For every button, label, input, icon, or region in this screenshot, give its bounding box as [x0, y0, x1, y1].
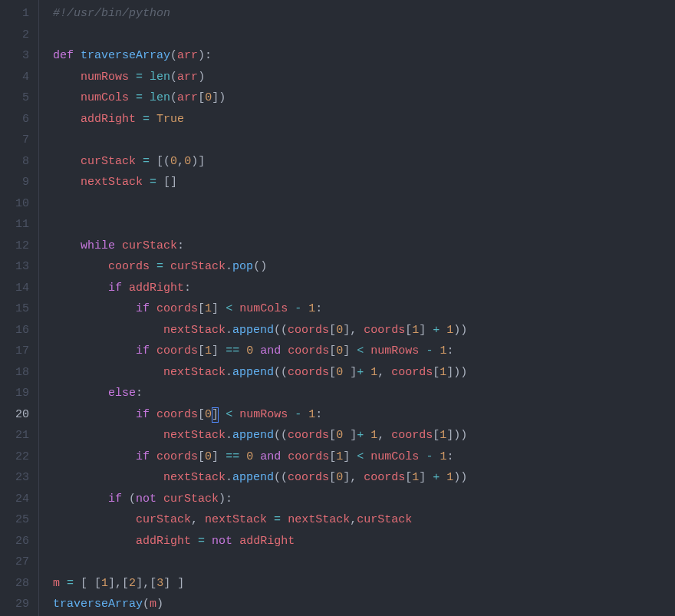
code-line[interactable]: addRight = True	[53, 109, 675, 130]
token-punc: [	[198, 302, 205, 315]
code-line[interactable]: nextStack = []	[53, 172, 675, 193]
token-text	[232, 408, 239, 421]
code-line[interactable]: m = [ [1],[2],[3] ]	[53, 573, 675, 595]
token-punc: ]	[212, 450, 219, 463]
code-line[interactable]: coords = curStack.pop()	[53, 256, 675, 278]
token-num: 1	[101, 577, 108, 590]
code-line[interactable]: if addRight:	[53, 278, 675, 299]
token-text	[267, 513, 274, 526]
token-text	[136, 155, 143, 168]
token-var: nextStack	[163, 471, 226, 484]
code-line[interactable]	[53, 193, 675, 215]
token-bool: True	[156, 113, 184, 126]
token-kw: if	[108, 492, 122, 506]
code-line[interactable]: nextStack.append((coords[0], coords[1] +…	[53, 320, 675, 341]
token-punc: ((	[274, 366, 288, 379]
token-text	[163, 260, 170, 273]
token-text	[219, 450, 226, 463]
token-punc: [	[329, 344, 336, 357]
code-line[interactable]: if coords[0] < numRows - 1:	[53, 404, 675, 426]
token-var: m	[150, 598, 156, 611]
token-punc: ,	[377, 366, 391, 379]
token-punc: :	[184, 282, 191, 295]
token-punc: [	[198, 450, 205, 463]
code-line[interactable]: curStack, nextStack = nextStack,curStack	[53, 509, 675, 531]
token-op: =	[274, 513, 281, 526]
code-line[interactable]: nextStack.append((coords[0 ]+ 1, coords[…	[53, 425, 675, 446]
code-line[interactable]: #!/usr/bin/python	[53, 3, 675, 25]
token-var: addRight	[129, 282, 184, 295]
token-var: coords	[288, 324, 329, 337]
code-line[interactable]: if (not curStack):	[53, 489, 675, 510]
code-line[interactable]: numRows = len(arr)	[53, 67, 675, 88]
code-line[interactable]: def traverseArray(arr):	[53, 45, 675, 67]
token-text	[364, 450, 370, 463]
code-line[interactable]: nextStack.append((coords[0], coords[1] +…	[53, 467, 675, 489]
token-text	[301, 302, 308, 315]
line-number: 14	[6, 278, 29, 299]
token-var: arr	[177, 71, 198, 84]
token-var: curStack	[81, 155, 136, 168]
token-punc: ],	[343, 471, 364, 484]
token-var: m	[53, 577, 60, 590]
token-punc: ((	[274, 324, 288, 337]
code-line[interactable]: numCols = len(arr[0])	[53, 87, 675, 109]
code-line[interactable]	[53, 25, 675, 46]
token-text	[205, 535, 212, 548]
token-punc: .	[226, 260, 232, 273]
token-text	[156, 492, 163, 506]
code-line[interactable]: traverseArray(m)	[53, 594, 675, 615]
code-line[interactable]	[53, 130, 675, 151]
token-punc: ,	[177, 155, 184, 168]
token-punc: ,	[350, 513, 357, 526]
line-number: 29	[6, 594, 29, 615]
token-text	[350, 450, 357, 463]
token-var: addRight	[239, 535, 295, 548]
token-text	[143, 176, 150, 189]
token-op: <	[226, 408, 232, 421]
code-line[interactable]: if coords[1] < numCols - 1:	[53, 298, 675, 320]
token-punc: ))	[453, 471, 467, 484]
line-number: 11	[6, 214, 29, 236]
token-punc: )	[198, 71, 205, 84]
token-text	[60, 577, 67, 590]
code-editor[interactable]: #!/usr/bin/pythondef traverseArray(arr):…	[38, 0, 675, 616]
code-line[interactable]: addRight = not addRight	[53, 531, 675, 552]
token-def: def	[53, 49, 74, 62]
code-line[interactable]: nextStack.append((coords[0 ]+ 1, coords[…	[53, 362, 675, 384]
token-punc: ):	[198, 49, 212, 62]
code-line[interactable]: while curStack:	[53, 236, 675, 257]
token-punc: ]	[343, 450, 350, 463]
token-text	[364, 344, 370, 357]
token-text	[53, 535, 136, 548]
token-op: <	[357, 344, 364, 357]
token-text	[53, 155, 81, 168]
token-kw: not	[212, 535, 232, 548]
token-text	[53, 71, 81, 84]
token-fn: traverseArray	[53, 598, 143, 611]
token-punc: [	[198, 344, 205, 357]
token-op: ==	[226, 450, 239, 463]
token-punc: ]	[419, 471, 433, 484]
token-var: coords	[156, 450, 198, 463]
code-line[interactable]: if coords[0] == 0 and coords[1] < numCol…	[53, 446, 675, 468]
code-line[interactable]: if coords[1] == 0 and coords[0] < numRow…	[53, 341, 675, 362]
token-fn: append	[232, 429, 274, 442]
token-text	[53, 408, 136, 421]
token-punc: ]))	[446, 429, 467, 442]
token-var: coords	[364, 471, 405, 484]
token-op: -	[295, 408, 301, 421]
code-line[interactable]	[53, 214, 675, 236]
line-number: 18	[6, 362, 29, 384]
token-var: coords	[288, 450, 329, 463]
token-var: coords	[156, 344, 198, 357]
token-num: 1	[446, 324, 453, 337]
code-line[interactable]: curStack = [(0,0)]	[53, 151, 675, 173]
code-line[interactable]: else:	[53, 383, 675, 404]
code-line[interactable]	[53, 552, 675, 573]
token-var: numRows	[370, 344, 419, 357]
token-punc: .	[226, 366, 232, 379]
token-text	[150, 344, 156, 357]
token-var: nextStack	[288, 513, 350, 526]
token-punc: [	[198, 91, 205, 104]
